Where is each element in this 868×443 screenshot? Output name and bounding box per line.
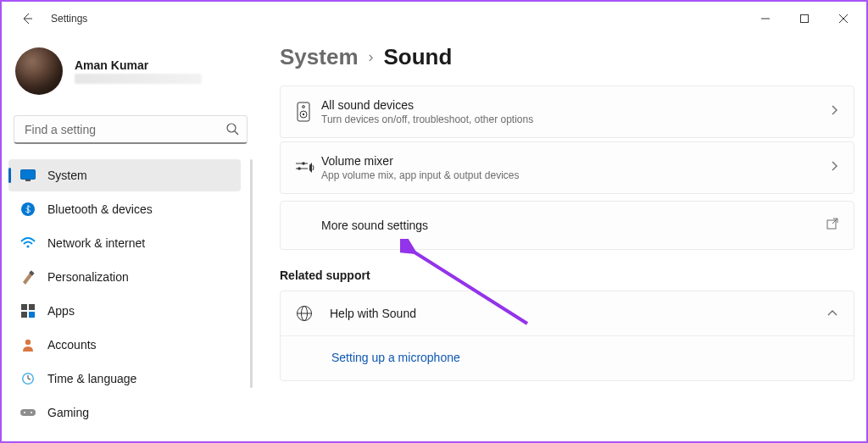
close-button[interactable] <box>824 6 863 31</box>
globe-icon <box>296 305 330 322</box>
svg-rect-12 <box>29 304 35 310</box>
sidebar-item-label: Bluetooth & devices <box>47 202 153 216</box>
page-title: Sound <box>384 44 453 70</box>
sidebar-scrollbar[interactable] <box>250 159 253 388</box>
wifi-icon <box>20 235 36 251</box>
sidebar-item-time-language[interactable]: Time & language <box>8 363 241 395</box>
apps-icon <box>20 303 36 318</box>
sidebar-item-apps[interactable]: Apps <box>8 295 241 327</box>
card-title: More sound settings <box>321 219 826 232</box>
mixer-icon <box>296 160 321 175</box>
sidebar-item-label: System <box>47 169 87 182</box>
minimize-button[interactable] <box>746 6 785 31</box>
svg-point-4 <box>227 124 236 132</box>
main-content: System › Sound All sound devices Turn de… <box>256 36 866 441</box>
monitor-icon <box>20 168 36 183</box>
card-title: Volume mixer <box>321 154 830 168</box>
chevron-right-icon <box>830 160 838 175</box>
card-subtitle: App volume mix, app input & output devic… <box>321 169 830 181</box>
sidebar-item-label: Network & internet <box>47 236 145 250</box>
maximize-icon <box>800 14 809 23</box>
back-button[interactable] <box>17 8 37 29</box>
avatar <box>15 47 63 95</box>
sidebar-item-label: Accounts <box>47 338 97 352</box>
maximize-button[interactable] <box>785 6 824 31</box>
svg-rect-7 <box>25 180 31 181</box>
svg-point-24 <box>303 106 305 108</box>
svg-point-21 <box>24 412 25 413</box>
svg-rect-20 <box>20 409 36 416</box>
sidebar-item-label: Gaming <box>47 406 89 419</box>
section-label-related: Related support <box>280 269 854 282</box>
svg-rect-6 <box>21 170 36 180</box>
svg-point-9 <box>26 245 29 247</box>
bluetooth-icon <box>20 202 36 217</box>
user-email-redacted <box>75 74 202 84</box>
window-title: Settings <box>51 13 87 25</box>
svg-point-22 <box>31 412 32 413</box>
sidebar-item-bluetooth[interactable]: Bluetooth & devices <box>8 193 241 225</box>
close-icon <box>839 14 848 23</box>
svg-line-5 <box>235 131 238 135</box>
svg-rect-13 <box>21 312 27 318</box>
sidebar-item-personalization[interactable]: Personalization <box>8 261 241 293</box>
breadcrumb: System › Sound <box>280 44 854 70</box>
help-link-setup-microphone[interactable]: Setting up a microphone <box>331 351 460 364</box>
card-more-sound-settings[interactable]: More sound settings <box>280 201 854 250</box>
help-title: Help with Sound <box>330 307 826 320</box>
chevron-right-icon <box>830 104 838 119</box>
card-subtitle: Turn devices on/off, troubleshoot, other… <box>321 114 830 125</box>
brush-icon <box>20 269 36 285</box>
svg-point-28 <box>302 162 305 165</box>
sidebar-item-label: Time & language <box>47 372 136 385</box>
search-icon <box>225 122 239 139</box>
card-volume-mixer[interactable]: Volume mixer App volume mix, app input &… <box>280 141 854 194</box>
svg-point-26 <box>303 114 304 115</box>
sidebar-item-label: Personalization <box>47 270 129 284</box>
help-link-row: Setting up a microphone <box>281 335 854 380</box>
card-title: All sound devices <box>321 98 830 112</box>
sidebar-item-accounts[interactable]: Accounts <box>8 329 241 361</box>
speaker-icon <box>296 102 321 122</box>
card-help-with-sound: Help with Sound Setting up a microphone <box>280 291 854 381</box>
search-input[interactable] <box>14 115 248 144</box>
search-box <box>14 115 248 144</box>
user-profile[interactable]: Aman Kumar <box>8 42 256 103</box>
sidebar: Aman Kumar System Bluetooth & devices Ne <box>2 36 256 441</box>
sidebar-nav: System Bluetooth & devices Network & int… <box>8 159 256 429</box>
sidebar-item-system[interactable]: System <box>8 159 241 191</box>
svg-rect-1 <box>801 15 809 23</box>
breadcrumb-parent[interactable]: System <box>280 44 359 70</box>
arrow-left-icon <box>20 12 34 25</box>
svg-point-30 <box>298 167 301 170</box>
sidebar-item-network[interactable]: Network & internet <box>8 227 241 259</box>
clock-icon <box>20 371 36 386</box>
gamepad-icon <box>20 405 36 420</box>
titlebar: Settings <box>2 2 866 36</box>
svg-rect-11 <box>21 304 27 310</box>
help-header[interactable]: Help with Sound <box>281 291 854 335</box>
svg-point-15 <box>25 340 31 345</box>
person-icon <box>20 337 36 352</box>
svg-line-32 <box>832 219 837 224</box>
sidebar-item-gaming[interactable]: Gaming <box>8 396 241 429</box>
chevron-right-icon: › <box>369 48 374 66</box>
chevron-up-icon <box>826 306 838 321</box>
external-link-icon <box>826 218 838 233</box>
user-name: Aman Kumar <box>75 58 202 72</box>
card-all-sound-devices[interactable]: All sound devices Turn devices on/off, t… <box>280 86 854 138</box>
svg-rect-14 <box>29 312 35 318</box>
sidebar-item-label: Apps <box>47 304 75 318</box>
minimize-icon <box>761 14 770 23</box>
